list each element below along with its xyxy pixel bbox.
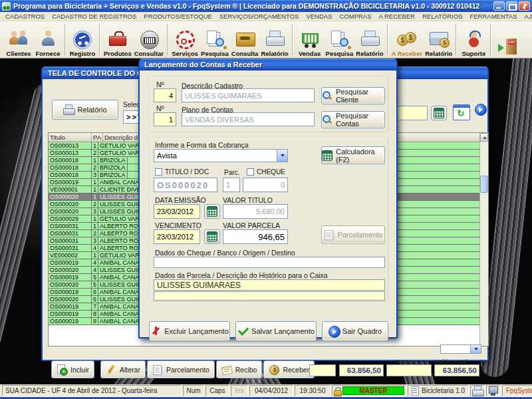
refresh-button[interactable] <box>453 104 470 120</box>
excluir-lancamento-button[interactable]: Excluir Lançamento <box>149 321 230 341</box>
cart-icon <box>299 29 321 50</box>
cheque-num-value: 0 <box>281 181 285 189</box>
emissao-calendar-button[interactable] <box>204 204 220 219</box>
toolbar-button-relat-rio[interactable]: Relatório <box>424 22 454 58</box>
incluir-button[interactable]: Incluir <box>51 360 94 378</box>
historico-field-2[interactable] <box>154 291 385 301</box>
salvar-lancamento-button[interactable]: Salvar Lançamento <box>235 321 317 341</box>
vencimento-value: 23/03/2012 <box>157 233 194 241</box>
toolbar-button-label: Consultar <box>134 50 164 57</box>
scrollbar-thumb[interactable] <box>480 176 488 193</box>
salvar-label: Salvar Lançamento <box>251 327 315 335</box>
scroll-up-icon[interactable] <box>480 133 488 142</box>
toolbar-button-label: Consulta <box>231 50 259 57</box>
cell-pa: 4 <box>92 245 98 251</box>
dados-cheque-field[interactable] <box>154 257 385 268</box>
menu-item-cadastro-de-registros[interactable]: CADASTRO DE REGISTROS <box>52 13 136 20</box>
barcode-icon <box>138 29 160 50</box>
alterar-button[interactable]: Alterar <box>100 360 146 378</box>
relatorio-button[interactable]: Relatório <box>52 100 118 120</box>
calendar-button[interactable] <box>431 106 447 120</box>
filter-mini-combo[interactable] <box>440 344 481 354</box>
plano-contas-field[interactable]: VENDAS DIVERSAS <box>182 112 315 126</box>
calculadora-button[interactable]: Calculadora (F2) <box>321 146 385 164</box>
parcelamento-dialog-button[interactable]: Parcelamento <box>321 225 385 244</box>
cell-pa: 2 <box>92 150 98 156</box>
toolbox-icon <box>106 29 129 50</box>
receber-button[interactable]: Receber <box>263 360 315 378</box>
toolbar-button-pesquisa[interactable]: Pesquisa <box>325 22 355 58</box>
toolbar-button-fornece[interactable]: Fornece <box>33 22 63 58</box>
titulo-doc-checkbox[interactable] <box>155 168 162 176</box>
toolbar-button-a-receber[interactable]: A Receber <box>390 22 424 58</box>
menu-item-produtos-estoque[interactable]: PRODUTOS/ESTOQUE <box>144 13 212 20</box>
close-button[interactable] <box>519 1 530 11</box>
maximize-button[interactable] <box>506 1 517 11</box>
toolbar-button-relat-rio[interactable]: Relatório <box>354 22 384 58</box>
vencimento-field[interactable]: 23/03/2012 <box>154 229 200 244</box>
cell-pa: 1 <box>92 179 98 186</box>
toolbar-button-clientes[interactable]: Clientes <box>4 22 33 58</box>
titulo-doc-field[interactable]: OS000020 <box>154 178 217 192</box>
status-printer-panel[interactable] <box>470 385 485 396</box>
status-network-panel[interactable] <box>486 385 501 396</box>
recibo-button[interactable]: Recibo <box>216 360 263 378</box>
toolbar-button-registro[interactable]: Registro <box>68 22 97 58</box>
valor-titulo-field[interactable]: 5.680,00 <box>223 204 288 219</box>
dialog-titlebar[interactable]: Lançamento do Contas a Receber <box>140 59 396 70</box>
cheque-num-field[interactable]: 0 <box>243 178 288 192</box>
menu-item-compras[interactable]: COMPRAS <box>340 13 372 20</box>
toolbar-button-consultar[interactable]: Consultar <box>133 22 165 58</box>
historico-field[interactable]: ULISSES GUIMARAES <box>154 279 385 291</box>
saldo-atual-field: 63.856,50 <box>434 364 479 376</box>
data-emissao-value: 23/03/2012 <box>157 207 194 215</box>
vencimento-calendar-button[interactable] <box>204 229 220 244</box>
cheque-checkbox[interactable] <box>247 168 254 176</box>
cell-pa: 3 <box>92 172 98 178</box>
parc-field[interactable]: 1 <box>223 178 240 192</box>
toolbar-button-suporte[interactable]: Suporte <box>459 22 488 58</box>
plano-num-field[interactable]: 1 <box>154 112 176 126</box>
go-button[interactable] <box>475 104 492 121</box>
total-pago-value: 63.856,50 <box>347 366 381 374</box>
header-pa[interactable]: PA <box>92 133 103 142</box>
toolbar-button-relat-rio[interactable]: Relatório <box>259 22 289 58</box>
cell-descricao: ULISSES GUIM <box>98 267 144 273</box>
toolbar-button-vendas[interactable]: Vendas <box>295 22 325 58</box>
minimize-button[interactable] <box>493 1 505 11</box>
menu-item-relat-rios[interactable]: RELATÓRIOS <box>422 13 463 20</box>
pesquisar-contas-button[interactable]: Pesquisar Contas <box>321 111 385 128</box>
dialog-title: Lançamento do Contas a Receber <box>144 61 262 68</box>
menu-item-vendas[interactable]: VENDAS <box>306 13 332 20</box>
tray-icon <box>233 29 256 50</box>
toolbar-button-pesquisa[interactable]: Pesquisa <box>200 22 230 58</box>
sair-quadro-button[interactable]: Sair Quadro <box>322 321 388 341</box>
cell-titulo: OS000020 <box>49 281 92 288</box>
forma-cobranca-combo[interactable]: Avista <box>154 149 288 162</box>
menu-item-cadastros[interactable]: CADASTROS <box>5 13 45 20</box>
parc-value: 1 <box>226 181 230 189</box>
cell-descricao: ALBERTO RO <box>98 245 140 251</box>
relatorio-button-label: Relatório <box>77 106 106 114</box>
data-emissao-field[interactable]: 23/03/2012 <box>154 204 200 219</box>
menu-item-servi-os-or-amentos[interactable]: SERVIÇOS/ORÇAMENTOS <box>219 13 299 20</box>
bicycle-icon <box>71 29 94 50</box>
parcelamento-button[interactable]: Parcelamento <box>147 360 215 378</box>
valor-parcela-field[interactable]: 946,65 <box>223 229 288 244</box>
chevron-down-icon[interactable] <box>470 345 481 353</box>
toolbar-button-exit[interactable] <box>493 22 523 58</box>
menu-item-ferramentas[interactable]: FERRAMENTAS <box>469 13 517 20</box>
cheque-label: CHEQUE <box>257 168 285 176</box>
menu-item-ajuda[interactable]: AJUDA <box>525 13 532 20</box>
menu-item-a-receber[interactable]: A RECEBER <box>379 13 415 20</box>
table-scrollbar[interactable] <box>479 133 488 346</box>
toolbar-button-consulta[interactable]: Consulta <box>230 22 260 58</box>
chevron-down-icon[interactable] <box>277 150 287 162</box>
header-titulo[interactable]: Titulo <box>49 133 92 142</box>
descricao-cadastro-field[interactable]: ULISSES GUIMARAES <box>182 88 315 102</box>
pesquisar-cliente-button[interactable]: Pesquisar Cliente <box>321 87 385 104</box>
cadastro-num-field[interactable]: 4 <box>154 88 176 102</box>
printer-icon <box>263 29 286 50</box>
toolbar-button-servi-os[interactable]: Serviços <box>170 22 200 58</box>
toolbar-button-produtos[interactable]: Produtos <box>102 22 133 58</box>
